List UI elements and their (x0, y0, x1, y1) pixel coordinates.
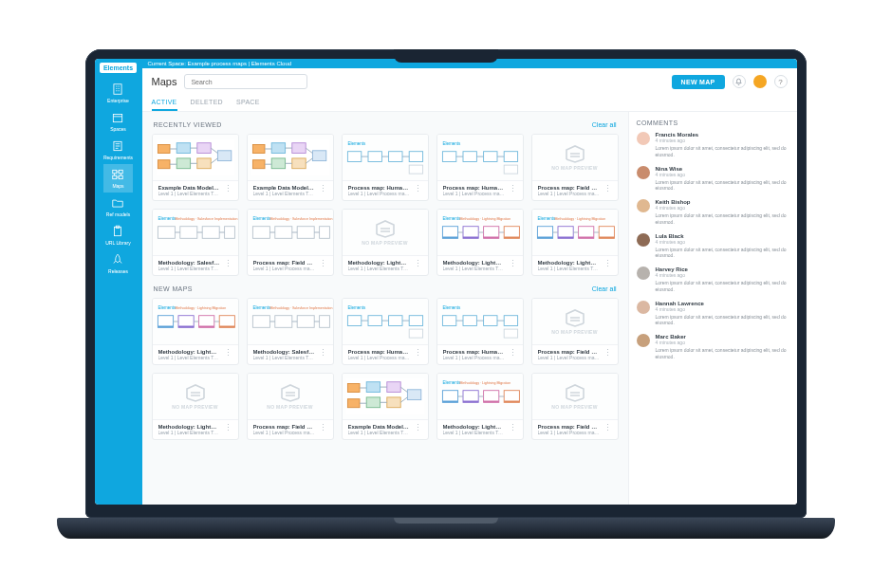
more-icon[interactable]: ⋮ (603, 260, 612, 268)
sidebar-item-maps[interactable]: Maps (103, 164, 133, 193)
map-card[interactable]: ElementsMethodology · Lightning Migratio… (152, 298, 239, 365)
more-icon[interactable]: ⋮ (414, 349, 422, 358)
svg-rect-111 (483, 391, 498, 403)
more-icon[interactable]: ⋮ (319, 260, 327, 268)
map-subtitle: Level 1 | Level Process map: Fie… (538, 355, 600, 360)
more-icon[interactable]: ⋮ (224, 185, 232, 193)
more-icon[interactable]: ⋮ (603, 424, 612, 432)
svg-rect-41 (202, 227, 219, 239)
sidebar-item-url-library[interactable]: URL Library (103, 221, 133, 249)
svg-text:Elements: Elements (442, 141, 461, 146)
tab-active[interactable]: ACTIVE (152, 95, 177, 111)
map-card[interactable]: NO MAP PREVIEWMethodology: Lightning Mig… (342, 209, 429, 276)
map-card[interactable]: ElementsMethodology · Salesforce Impleme… (152, 209, 239, 276)
more-icon[interactable]: ⋮ (224, 349, 232, 358)
map-card[interactable]: NO MAP PREVIEWProcess map: Field Service… (247, 373, 334, 440)
sidebar-item-enterprise[interactable]: Enterprise (103, 79, 133, 107)
svg-rect-67 (599, 227, 614, 239)
map-card[interactable]: ElementsMethodology · Salesforce Impleme… (247, 298, 334, 365)
svg-rect-34 (483, 152, 496, 162)
map-card[interactable]: ElementsMethodology · Lightning Migratio… (531, 209, 619, 276)
laptop-base (57, 518, 835, 539)
sidebar-item-releases[interactable]: Releases (103, 249, 133, 278)
more-icon[interactable]: ⋮ (509, 185, 517, 193)
sidebar-item-requirements[interactable]: Requirements (103, 136, 133, 164)
notification-icon[interactable] (733, 75, 746, 88)
help-icon[interactable]: ? (774, 75, 788, 88)
map-thumbnail: ElementsMethodology · Lightning Migratio… (437, 374, 523, 419)
comment-item[interactable]: Hannah Lawrence4 minutes agoLorem ipsum … (637, 301, 789, 327)
svg-text:Elements: Elements (442, 380, 461, 385)
comment-text: Lorem ipsum dolor sit amet, consectetur … (656, 314, 789, 327)
svg-rect-114 (504, 401, 519, 403)
map-card[interactable]: ElementsProcess map: Human Capital …Leve… (436, 298, 524, 365)
map-card[interactable]: ElementsMethodology · Salesforce Impleme… (247, 209, 334, 276)
more-icon[interactable]: ⋮ (414, 424, 422, 432)
map-card[interactable]: ElementsProcess map: Human Capital …Leve… (436, 134, 524, 201)
svg-rect-33 (463, 152, 476, 162)
svg-rect-51 (442, 227, 457, 239)
more-icon[interactable]: ⋮ (509, 424, 517, 432)
more-icon[interactable]: ⋮ (224, 424, 232, 432)
more-icon[interactable]: ⋮ (319, 349, 327, 358)
map-card[interactable]: NO MAP PREVIEWProcess map: Field Service… (531, 298, 619, 365)
svg-rect-46 (274, 227, 291, 239)
more-icon[interactable]: ⋮ (603, 349, 612, 358)
more-icon[interactable]: ⋮ (603, 185, 612, 193)
map-card[interactable]: ElementsMethodology · Lightning Migratio… (436, 209, 524, 276)
more-icon[interactable]: ⋮ (414, 260, 422, 268)
map-card[interactable]: Example Data Model to suppo…Level 1 | Le… (247, 134, 334, 201)
more-icon[interactable]: ⋮ (319, 185, 327, 193)
user-avatar[interactable] (753, 75, 767, 88)
search-input[interactable] (184, 74, 307, 89)
more-icon[interactable]: ⋮ (414, 185, 422, 193)
more-icon[interactable]: ⋮ (509, 260, 517, 268)
svg-text:Elements: Elements (158, 305, 176, 310)
map-card[interactable]: Example Data Model to suppo…Level 1 | Le… (152, 134, 239, 201)
svg-rect-78 (219, 326, 234, 328)
map-card[interactable]: ElementsMethodology · Lightning Migratio… (436, 373, 524, 440)
clear-all-link[interactable]: Clear all (592, 121, 617, 128)
svg-rect-0 (114, 84, 121, 95)
maps-scroll-area[interactable]: RECENTLY VIEWEDClear allExample Data Mod… (142, 112, 628, 505)
comment-item[interactable]: Marc Baker4 minutes agoLorem ipsum dolor… (637, 334, 789, 360)
sidebar-item-spaces[interactable]: Spaces (103, 107, 133, 136)
map-card[interactable]: ElementsProcess map: Human Capital …Leve… (342, 298, 429, 365)
svg-rect-28 (388, 152, 401, 162)
comment-text: Lorem ipsum dolor sit amet, consectetur … (656, 347, 789, 360)
comment-item[interactable]: Francis Morales4 minutes agoLorem ipsum … (637, 132, 789, 158)
svg-rect-39 (158, 227, 175, 239)
more-icon[interactable]: ⋮ (224, 260, 232, 268)
clear-all-link[interactable]: Clear all (592, 285, 617, 292)
svg-rect-94 (483, 316, 496, 326)
svg-text:Elements: Elements (252, 305, 271, 310)
brand-logo[interactable]: Elements (100, 63, 137, 73)
tab-deleted[interactable]: DELETED (191, 95, 223, 111)
map-card[interactable]: Example Data Model to suppo…Level 1 | Le… (342, 373, 429, 440)
card-grid: Example Data Model to suppo…Level 1 | Le… (152, 134, 619, 276)
tab-space[interactable]: SPACE (236, 95, 260, 111)
comment-text: Lorem ipsum dolor sit amet, consectetur … (656, 247, 789, 260)
svg-rect-113 (504, 391, 519, 403)
map-card[interactable]: ElementsProcess map: Human Capital …Leve… (342, 134, 429, 201)
more-icon[interactable]: ⋮ (509, 349, 517, 358)
map-subtitle: Level 1 | Level Elements Tutorial (443, 266, 505, 271)
comment-item[interactable]: Keith Bishop4 minutes agoLorem ipsum dol… (637, 199, 789, 226)
svg-rect-45 (252, 227, 269, 239)
comment-item[interactable]: Lula Black4 minutes agoLorem ipsum dolor… (637, 233, 789, 260)
new-map-button[interactable]: NEW MAP (672, 75, 725, 89)
svg-rect-83 (297, 316, 314, 328)
comment-item[interactable]: Nina Wise4 minutes agoLorem ipsum dolor … (637, 166, 789, 193)
map-card[interactable]: NO MAP PREVIEWMethodology: Lightning Mig… (152, 373, 239, 440)
list-icon (111, 139, 124, 153)
map-card[interactable]: NO MAP PREVIEWProcess map: Field Service… (531, 373, 619, 440)
map-thumbnail: ElementsMethodology · Salesforce Impleme… (248, 210, 333, 255)
map-card[interactable]: NO MAP PREVIEWProcess map: Field Service… (531, 134, 619, 201)
svg-rect-103 (386, 397, 399, 408)
sidebar-item-ref-models[interactable]: Ref models (103, 193, 133, 221)
map-subtitle: Level 1 | Level Process map: Hu… (443, 191, 505, 196)
more-icon[interactable]: ⋮ (319, 424, 327, 432)
svg-rect-29 (409, 152, 422, 162)
comment-item[interactable]: Harvey Rice4 minutes agoLorem ipsum dolo… (637, 266, 789, 293)
map-thumbnail: ElementsMethodology · Lightning Migratio… (153, 299, 238, 344)
